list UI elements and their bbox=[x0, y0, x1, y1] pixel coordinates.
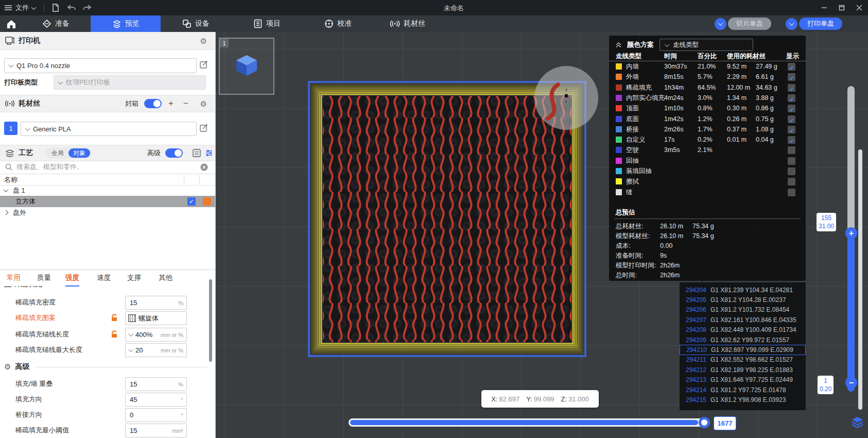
search-input[interactable]: 搜索盘、模型和零件。 bbox=[0, 160, 215, 174]
setting-input[interactable]: 45° bbox=[125, 393, 187, 407]
layer-slider-top-handle[interactable]: + bbox=[845, 227, 857, 239]
setting-input[interactable]: 15% bbox=[125, 377, 187, 391]
box-toggle[interactable] bbox=[144, 99, 162, 108]
setting-input[interactable]: 0° bbox=[125, 408, 187, 422]
slice-dropdown-button[interactable] bbox=[715, 18, 726, 30]
sidebar-scrollbar[interactable] bbox=[209, 279, 212, 362]
setting-input[interactable]: 15% bbox=[125, 296, 187, 310]
print-plate-button[interactable]: 打印单盘 bbox=[799, 18, 842, 30]
plate-type-select[interactable]: 纹理PEI打印板 bbox=[54, 75, 206, 90]
gcode-line[interactable]: 294209G1 X82.62 Y99.972 E.01557 bbox=[680, 335, 806, 345]
nav-tab-设备[interactable]: 设备 bbox=[182, 15, 210, 32]
show-checkbox-checked[interactable]: ✓ bbox=[788, 126, 795, 133]
show-checkbox-checked[interactable]: ✓ bbox=[788, 63, 795, 71]
gcode-line[interactable]: 294208G1 X82.448 Y100.409 E.01734 bbox=[680, 325, 806, 335]
object-filament-color-badge[interactable] bbox=[203, 197, 211, 206]
view-mode-select[interactable]: 走线类型 bbox=[659, 39, 753, 51]
print-dropdown-button[interactable] bbox=[786, 18, 797, 30]
filament-settings-gear-icon[interactable]: ⚙ bbox=[200, 100, 207, 108]
nav-tab-项目[interactable]: 项目 bbox=[253, 15, 281, 32]
gcode-line[interactable]: 294215G1 X81.2 Y98.908 E.03923 bbox=[680, 395, 806, 405]
show-checkbox-checked[interactable]: ✓ bbox=[788, 84, 795, 92]
object-list-item-selected[interactable]: 立方体 ✓ bbox=[0, 196, 215, 207]
show-checkbox-checked[interactable]: ✓ bbox=[788, 136, 795, 144]
advanced-toggle[interactable] bbox=[165, 148, 183, 158]
param-tab-常用[interactable]: 常用 bbox=[7, 270, 21, 285]
gcode-line[interactable]: 294211G1 X82.552 Y98.662 E.01527 bbox=[680, 355, 806, 365]
show-checkbox-checked[interactable]: ✓ bbox=[788, 73, 795, 81]
clear-search-icon[interactable] bbox=[200, 163, 208, 171]
layer-slider-track-lower[interactable] bbox=[847, 233, 855, 392]
show-checkbox-checked[interactable]: ✓ bbox=[788, 115, 795, 123]
move-slider-handle[interactable] bbox=[699, 417, 710, 428]
layer-slider-track-upper[interactable] bbox=[847, 86, 855, 234]
gcode-line[interactable]: 294205G1 X81.2 Y104.28 E.00237 bbox=[680, 295, 806, 305]
redo-button[interactable] bbox=[80, 2, 94, 13]
home-button[interactable] bbox=[6, 15, 16, 32]
file-menu[interactable]: 文件 bbox=[0, 3, 40, 12]
move-slider-track[interactable] bbox=[349, 418, 710, 427]
maximize-button[interactable] bbox=[833, 0, 850, 15]
nav-tab-校准[interactable]: 校准 bbox=[324, 15, 352, 32]
edit-filament-icon[interactable] bbox=[200, 124, 208, 132]
param-tab-强度[interactable]: 强度 bbox=[65, 270, 79, 287]
param-tab-速度[interactable]: 速度 bbox=[97, 270, 111, 285]
show-checkbox-unchecked[interactable] bbox=[788, 167, 795, 175]
outside-plate-item[interactable]: 盘外 bbox=[0, 208, 215, 217]
layer-slider-bottom-handle[interactable]: − bbox=[845, 377, 857, 389]
object-visible-checkbox[interactable]: ✓ bbox=[187, 197, 196, 206]
gcode-line-selected[interactable]: 294210G1 X82.697 Y99.099 E.02909 bbox=[680, 345, 806, 355]
layers-view-button[interactable] bbox=[850, 415, 864, 429]
chevron-right-icon[interactable] bbox=[4, 210, 9, 215]
nav-tab-准备[interactable]: 准备 bbox=[42, 15, 70, 32]
undo-button[interactable] bbox=[65, 2, 78, 13]
nav-tab-预览[interactable]: 预览 bbox=[91, 15, 161, 32]
close-button[interactable] bbox=[850, 0, 868, 15]
compare-settings-icon[interactable] bbox=[205, 149, 213, 157]
scope-global[interactable]: 全局 bbox=[47, 149, 68, 158]
show-checkbox-checked[interactable]: ✓ bbox=[788, 105, 795, 112]
filament-preset-select[interactable]: Generic PLA bbox=[21, 122, 197, 136]
setting-input[interactable]: 400%mm or % bbox=[125, 328, 187, 342]
nav-tab-耗材丝[interactable]: 耗材丝 bbox=[390, 15, 425, 32]
printer-settings-gear-icon[interactable]: ⚙ bbox=[200, 37, 207, 45]
gcode-line[interactable]: 294214G1 X81.2 Y97.725 E.01478 bbox=[680, 385, 806, 395]
gcode-line[interactable]: 294204G1 X81.239 Y104.34 E.04281 bbox=[680, 285, 806, 295]
gcode-line[interactable]: 294213G1 X81.646 Y97.725 E.02449 bbox=[680, 375, 806, 385]
add-filament-button[interactable]: + bbox=[166, 98, 176, 109]
edit-printer-icon[interactable] bbox=[200, 60, 208, 69]
minimize-button[interactable] bbox=[815, 0, 833, 15]
gcode-line[interactable]: 294212G1 X82.189 Y98.225 E.01883 bbox=[680, 365, 806, 375]
scope-object[interactable]: 对象 bbox=[68, 148, 90, 158]
param-list-icon[interactable] bbox=[193, 149, 201, 157]
param-tab-质量[interactable]: 质量 bbox=[37, 270, 51, 285]
param-tab-支撑[interactable]: 支撑 bbox=[127, 270, 141, 285]
chevron-down-icon[interactable] bbox=[4, 187, 9, 192]
gcode-line[interactable]: 294207G1 X82.161 Y100.846 E.04335 bbox=[680, 315, 806, 325]
show-checkbox-checked[interactable]: ✓ bbox=[788, 94, 795, 102]
show-checkbox-unchecked[interactable] bbox=[788, 189, 795, 196]
collapse-panel-icon[interactable] bbox=[615, 42, 622, 48]
setting-input[interactable]: 15mm² bbox=[125, 424, 187, 437]
printer-preset-select[interactable]: Q1 Pro 0.4 nozzle bbox=[4, 58, 197, 73]
open-lock-icon[interactable] bbox=[111, 330, 118, 338]
param-tab-其他[interactable]: 其他 bbox=[159, 270, 172, 285]
device-icon bbox=[182, 19, 192, 28]
scope-toggle[interactable]: 全局 对象 bbox=[45, 147, 92, 159]
filament-slot-badge[interactable]: 1 bbox=[4, 122, 18, 135]
show-checkbox-unchecked[interactable] bbox=[788, 178, 795, 186]
setting-input[interactable]: 20mm or % bbox=[125, 343, 187, 357]
show-checkbox-unchecked[interactable] bbox=[788, 157, 795, 165]
show-checkbox-unchecked[interactable] bbox=[788, 146, 795, 154]
secondary-slider-track[interactable] bbox=[858, 149, 862, 410]
plate-list-item[interactable]: 盘 1 bbox=[0, 186, 215, 195]
remove-filament-button[interactable]: − bbox=[181, 98, 190, 109]
setting-row: 稀疏填充密度15% bbox=[0, 295, 215, 310]
gcode-line-panel[interactable]: 294204G1 X81.239 Y104.34 E.04281294205G1… bbox=[680, 282, 806, 410]
open-lock-icon[interactable] bbox=[111, 314, 118, 322]
save-button[interactable] bbox=[48, 2, 62, 13]
gcode-line[interactable]: 294206G1 X81.2 Y101.732 E.08454 bbox=[680, 305, 806, 315]
slice-plate-button[interactable]: 切片单盘 bbox=[728, 18, 771, 30]
plate-thumbnail[interactable]: 1 bbox=[219, 38, 274, 95]
setting-input[interactable]: 螺旋体 bbox=[125, 311, 187, 325]
